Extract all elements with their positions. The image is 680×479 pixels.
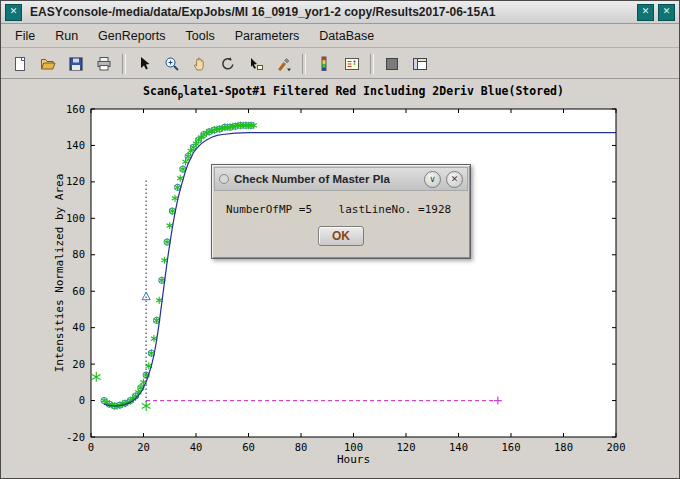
dialog-title-bar[interactable]: Check Number of Master Pla ∨ ✕: [214, 167, 468, 191]
y-axis-label: Intensities Normalized by Area: [53, 174, 66, 373]
toolbar-separator: [122, 54, 126, 74]
x-axis-label: Hours: [337, 453, 370, 466]
toolbar-insert-legend-button[interactable]: [339, 52, 365, 76]
svg-text:200: 200: [607, 441, 626, 453]
toolbar-arrow-cursor-button[interactable]: [131, 52, 157, 76]
insert-legend-icon: [344, 56, 360, 72]
svg-text:20: 20: [72, 358, 85, 370]
hide-plot-tools-icon: [384, 56, 400, 72]
toolbar-open-folder-button[interactable]: [35, 52, 61, 76]
svg-text:100: 100: [66, 212, 85, 224]
toolbar-separator: [370, 54, 374, 74]
window-title: EASYconsole-/media/data/ExpJobs/MI 16_09…: [26, 5, 633, 19]
dialog-collapse-button[interactable]: ∨: [424, 171, 441, 188]
pan-hand-icon: [192, 56, 208, 72]
arrow-cursor-icon: [136, 56, 152, 72]
dialog-check-number-of-master-plates[interactable]: Check Number of Master Pla ∨ ✕ NumberOfM…: [211, 164, 471, 259]
svg-text:80: 80: [295, 441, 308, 453]
svg-text:0: 0: [88, 441, 94, 453]
menu-parameters[interactable]: Parameters: [225, 27, 310, 45]
open-folder-icon: [40, 56, 56, 72]
dialog-icon: [219, 174, 229, 184]
new-document-icon: [12, 56, 28, 72]
toolbar-hide-plot-tools-button[interactable]: [379, 52, 405, 76]
menu-tools[interactable]: Tools: [176, 27, 225, 45]
toolbar-save-button[interactable]: [63, 52, 89, 76]
brush-dropdown-icon: [276, 56, 292, 72]
svg-text:-20: -20: [66, 431, 85, 443]
dialog-close-button[interactable]: ✕: [446, 171, 463, 188]
show-plot-tools-icon: [412, 56, 428, 72]
svg-text:120: 120: [66, 175, 85, 187]
svg-text:160: 160: [66, 103, 85, 115]
ok-button[interactable]: OK: [318, 226, 364, 246]
toolbar-separator: [302, 54, 306, 74]
svg-text:100: 100: [344, 441, 363, 453]
toolbar: [1, 48, 679, 79]
toolbar-insert-colorbar-button[interactable]: [311, 52, 337, 76]
svg-text:60: 60: [242, 441, 255, 453]
svg-text:20: 20: [137, 441, 150, 453]
chart-title: Scan6plate1-Spot#1 Filtered Red Includin…: [143, 84, 564, 100]
toolbar-print-button[interactable]: [91, 52, 117, 76]
menu-bar: FileRunGenReportsToolsParametersDataBase: [1, 24, 679, 48]
menu-genreports[interactable]: GenReports: [88, 27, 175, 45]
svg-text:40: 40: [72, 321, 85, 333]
data-cursor-icon: [248, 56, 264, 72]
svg-text:160: 160: [502, 441, 521, 453]
insert-colorbar-icon: [316, 56, 332, 72]
svg-text:140: 140: [449, 441, 468, 453]
svg-text:180: 180: [554, 441, 573, 453]
toolbar-pan-hand-button[interactable]: [187, 52, 213, 76]
svg-text:80: 80: [72, 248, 85, 260]
title-bar[interactable]: ✕ EASYconsole-/media/data/ExpJobs/MI 16_…: [1, 1, 679, 24]
figure-area: 020406080100120140160180200-200204060801…: [1, 78, 680, 479]
print-icon: [96, 56, 112, 72]
svg-text:140: 140: [66, 139, 85, 151]
svg-text:60: 60: [72, 285, 85, 297]
dialog-title: Check Number of Master Pla: [234, 173, 419, 185]
svg-text:0: 0: [79, 394, 85, 406]
menu-database[interactable]: DataBase: [309, 27, 384, 45]
toolbar-new-document-button[interactable]: [7, 52, 33, 76]
figure-canvas: 020406080100120140160180200-200204060801…: [1, 79, 680, 479]
toolbar-zoom-in-button[interactable]: [159, 52, 185, 76]
save-icon: [68, 56, 84, 72]
toolbar-show-plot-tools-button[interactable]: [407, 52, 433, 76]
app-window: ✕ EASYconsole-/media/data/ExpJobs/MI 16_…: [0, 0, 680, 479]
axes-background: [91, 109, 616, 437]
menu-file[interactable]: File: [5, 27, 45, 45]
svg-text:40: 40: [190, 441, 203, 453]
toolbar-data-cursor-button[interactable]: [243, 52, 269, 76]
rotate-3d-icon: [220, 56, 236, 72]
window-menu-button[interactable]: ✕: [5, 4, 22, 21]
window-close-button[interactable]: ✕: [658, 4, 675, 21]
menu-run[interactable]: Run: [45, 27, 88, 45]
svg-text:120: 120: [397, 441, 416, 453]
toolbar-brush-dropdown-button[interactable]: [271, 52, 297, 76]
window-maximize-button[interactable]: ✕: [637, 4, 654, 21]
zoom-in-icon: [164, 56, 180, 72]
dialog-message: NumberOfMP =5 lastLineNo. =1928: [226, 203, 470, 216]
toolbar-rotate-3d-button[interactable]: [215, 52, 241, 76]
